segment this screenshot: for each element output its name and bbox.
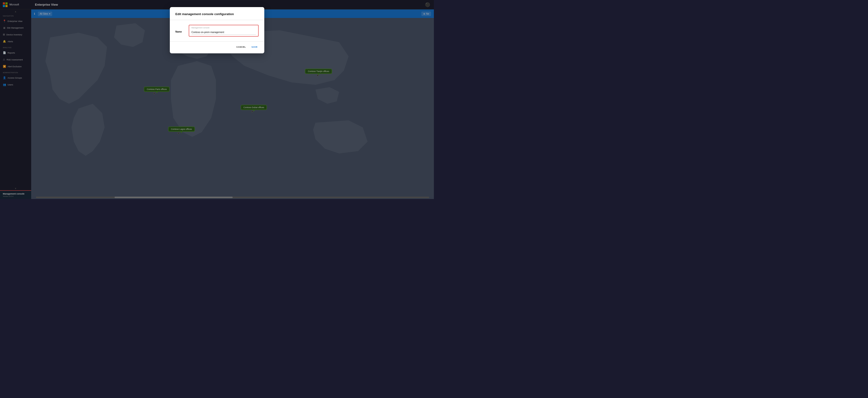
management-console-input-wrapper: Management console [189, 25, 259, 37]
name-field: Name Management console [176, 25, 259, 37]
edit-console-modal: Edit management console configuration Na… [170, 7, 264, 53]
input-placeholder: Management console [191, 27, 256, 29]
modal-header: Edit management console configuration [170, 7, 264, 20]
modal-title: Edit management console configuration [176, 12, 234, 16]
management-console-name-input[interactable] [191, 31, 256, 35]
save-button[interactable]: SAVE [251, 44, 259, 49]
modal-body: Name Management console [170, 20, 264, 41]
cancel-button[interactable]: CANCEL [236, 44, 247, 49]
modal-overlay: Edit management console configuration Na… [0, 0, 434, 199]
name-label: Name [176, 25, 185, 33]
modal-footer: CANCEL SAVE [170, 41, 264, 53]
